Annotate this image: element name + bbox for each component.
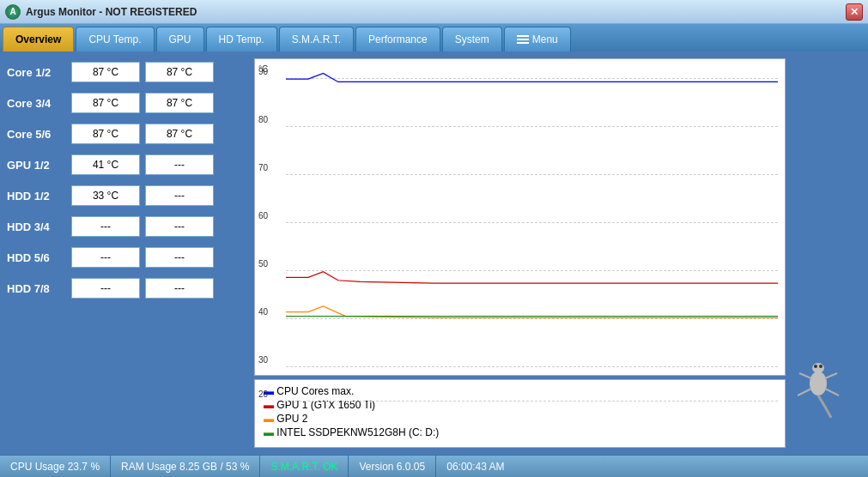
legend-cpu: ▬ CPU Cores max. [264,385,776,397]
version-text: Version 6.0.05 [359,461,425,473]
svg-point-7 [819,365,822,368]
sensor-val2-core12: 87 °C [145,62,214,82]
gpu1-line [286,272,778,283]
sensor-hdd-56: HDD 5/6 --- --- [7,244,247,271]
y-label-60: 60 [258,211,268,220]
y-label-20: 20 [258,389,268,399]
app-icon: A [5,4,21,20]
statusbar: CPU Usage 23.7 % RAM Usage 8.25 GB / 53 … [0,455,868,477]
svg-point-0 [810,371,827,395]
tab-menu[interactable]: Menu [504,27,571,51]
sensor-hdd-78: HDD 7/8 --- --- [7,275,247,302]
tab-gpu[interactable]: GPU [156,27,204,51]
sensor-val1-core34: 87 °C [71,93,140,113]
status-time: 06:00:43 AM [436,456,514,477]
y-label-30: 30 [258,355,268,365]
legend-hdd-color: ▬ [264,426,276,438]
tab-performance[interactable]: Performance [355,27,440,51]
sensor-gpu-12: GPU 1/2 41 °C --- [7,151,247,178]
svg-line-3 [825,373,837,378]
legend-gpu2-color: ▬ [264,413,276,425]
tab-hd-temp[interactable]: HD Temp. [206,27,277,51]
sensor-core-56: Core 5/6 87 °C 87 °C [7,120,247,148]
y-label-50: 50 [258,259,268,269]
status-ram-usage: RAM Usage 8.25 GB / 53 % [111,456,260,477]
sensor-val2-gpu12: --- [145,154,214,175]
y-label-70: 70 [258,163,268,172]
gecko-decoration [784,349,853,418]
sensor-val2-core34: 87 °C [145,93,214,113]
sensor-label-core12: Core 1/2 [7,66,71,79]
sensor-val2-core56: 87 °C [145,124,214,144]
sensor-label-gpu12: GPU 1/2 [7,159,71,172]
sensor-val1-hdd12: 33 °C [71,185,140,206]
tab-overview[interactable]: Overview [3,27,74,51]
sensor-val2-hdd56: --- [145,247,214,268]
temperature-chart: °C 90 80 70 60 50 40 30 20 [254,58,786,376]
sensor-core-12: Core 1/2 87 °C 87 °C [7,58,247,86]
sensor-core-34: Core 3/4 87 °C 87 °C [7,89,247,117]
left-panel: Core 1/2 87 °C 87 °C Core 3/4 87 °C 87 °… [7,58,247,448]
svg-point-6 [814,365,817,368]
y-label-80: 80 [258,115,268,124]
sensor-label-hdd78: HDD 7/8 [7,282,71,295]
svg-line-5 [825,389,839,395]
menu-tab-label: Menu [532,33,558,45]
tab-cpu-temp[interactable]: CPU Temp. [76,27,154,51]
sensor-val2-hdd78: --- [145,278,214,299]
legend-hdd: ▬ INTEL SSDPEKNW512G8H (C: D:) [264,426,776,438]
status-version: Version 6.0.05 [349,456,436,477]
sensor-val1-hdd56: --- [71,247,140,268]
time-text: 06:00:43 AM [446,461,504,473]
status-smart: S.M.A.R.T. OK [260,456,349,477]
smart-text: S.M.A.R.T. OK [270,461,337,473]
y-label-40: 40 [258,307,268,317]
tab-smart[interactable]: S.M.A.R.T. [279,27,354,51]
status-cpu-usage: CPU Usage 23.7 % [0,456,111,477]
cpu-line [286,73,778,82]
app-title: Argus Monitor - NOT REGISTERED [26,6,197,18]
legend-gpu1-color: ▬ [264,399,276,411]
tab-system[interactable]: System [442,27,502,51]
sensor-val1-hdd78: --- [71,278,140,299]
close-button[interactable]: ✕ [846,3,863,21]
sensor-val1-core56: 87 °C [71,124,140,144]
sensor-label-core34: Core 3/4 [7,97,71,110]
sensor-val1-gpu12: 41 °C [71,154,140,175]
gecko-svg [784,349,853,418]
svg-line-2 [799,373,811,378]
sensor-label-hdd34: HDD 3/4 [7,220,71,233]
legend-hdd-label: INTEL SSDPEKNW512G8H (C: D:) [276,426,439,438]
main-content: Core 1/2 87 °C 87 °C Core 3/4 87 °C 87 °… [0,51,868,455]
sensor-hdd-34: HDD 3/4 --- --- [7,213,247,240]
titlebar: A Argus Monitor - NOT REGISTERED ✕ [0,0,868,24]
ram-usage-text: RAM Usage 8.25 GB / 53 % [121,461,249,473]
sensor-label-hdd56: HDD 5/6 [7,251,71,264]
legend-box: ▬ CPU Cores max. ▬ GPU 1 (GTX 1650 Ti) ▬… [254,379,786,448]
tabbar: Overview CPU Temp. GPU HD Temp. S.M.A.R.… [0,24,868,51]
menu-icon [517,35,529,44]
sensor-label-core56: Core 5/6 [7,128,71,141]
sensor-hdd-12: HDD 1/2 33 °C --- [7,182,247,209]
chart-svg [286,66,778,368]
chart-area: °C 90 80 70 60 50 40 30 20 [254,58,786,448]
y-label-90: 90 [258,67,268,76]
legend-gpu2: ▬ GPU 2 [264,413,776,425]
svg-point-1 [812,363,824,373]
sensor-val1-core12: 87 °C [71,62,140,82]
grid-20 [286,401,778,402]
sensor-val2-hdd34: --- [145,216,214,237]
svg-line-4 [798,389,811,395]
legend-cpu-label: CPU Cores max. [276,385,354,397]
cpu-usage-text: CPU Usage 23.7 % [10,461,100,473]
sensor-val2-hdd12: --- [145,185,214,206]
sensor-val1-hdd34: --- [71,216,140,237]
sensor-label-hdd12: HDD 1/2 [7,190,71,202]
legend-gpu2-label: GPU 2 [276,413,307,425]
